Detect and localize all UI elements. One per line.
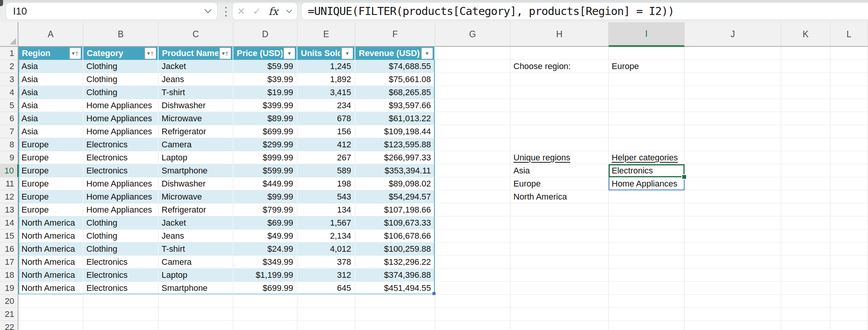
cell-D11[interactable]: $449.99 (233, 177, 297, 190)
cell-I22[interactable] (609, 321, 685, 330)
cell-E2[interactable]: 1,245 (297, 60, 355, 73)
cell-K7[interactable] (781, 125, 830, 138)
cell-E17[interactable]: 378 (297, 256, 355, 269)
cell-D2[interactable]: $59.99 (233, 60, 297, 73)
cell-A16[interactable]: North America (18, 243, 83, 256)
cell-B10[interactable]: Electronics (83, 164, 158, 177)
cell-F17[interactable]: $132,296.22 (355, 256, 435, 269)
cell-H19[interactable] (510, 282, 609, 295)
cell-B19[interactable]: Electronics (83, 282, 158, 295)
cell-K10[interactable] (781, 164, 830, 177)
cell-I16[interactable] (609, 243, 685, 256)
cell-J5[interactable] (685, 99, 781, 112)
cell-L19[interactable] (830, 282, 868, 295)
cell-L17[interactable] (830, 256, 868, 269)
row-header-2[interactable]: 2 (0, 60, 18, 73)
cell-A12[interactable]: Europe (18, 190, 83, 203)
cell-K5[interactable] (781, 99, 830, 112)
cell-I13[interactable] (609, 203, 685, 216)
cell-G14[interactable] (435, 216, 510, 229)
cell-G2[interactable] (435, 60, 510, 73)
column-header-L[interactable]: L (830, 22, 868, 47)
cell-B3[interactable]: Clothing (83, 73, 158, 86)
cell-L20[interactable] (830, 295, 868, 308)
cell-H1[interactable] (510, 47, 609, 60)
cell-J19[interactable] (685, 282, 781, 295)
row-header-5[interactable]: 5 (0, 99, 18, 112)
cell-C20[interactable] (158, 295, 233, 308)
cell-E13[interactable]: 134 (297, 203, 355, 216)
cell-L16[interactable] (830, 243, 868, 256)
cell-L7[interactable] (830, 125, 868, 138)
cell-A6[interactable]: Asia (18, 112, 83, 125)
cell-K15[interactable] (781, 229, 830, 243)
cell-D7[interactable]: $699.99 (233, 125, 297, 138)
cell-I21[interactable] (609, 308, 685, 321)
cell-D5[interactable]: $399.99 (233, 99, 297, 112)
cell-G19[interactable] (435, 282, 510, 295)
cell-D3[interactable]: $39.99 (233, 73, 297, 86)
cell-H6[interactable] (510, 112, 609, 125)
cell-L22[interactable] (830, 321, 868, 330)
cell-K2[interactable] (781, 60, 830, 73)
cell-E8[interactable]: 412 (297, 138, 355, 151)
cell-K12[interactable] (781, 190, 830, 203)
cell-F6[interactable]: $61,013.22 (355, 112, 435, 125)
cell-L14[interactable] (830, 216, 868, 229)
cell-J18[interactable] (685, 269, 781, 282)
cell-L9[interactable] (830, 151, 868, 164)
cell-A3[interactable]: Asia (18, 73, 83, 86)
cell-H12[interactable]: North America (510, 190, 609, 203)
column-header-A[interactable]: A (18, 22, 83, 47)
column-header-C[interactable]: C (158, 22, 233, 47)
cell-H4[interactable] (510, 86, 609, 99)
cell-H11[interactable]: Europe (510, 177, 609, 190)
cell-F15[interactable]: $106,678.66 (355, 229, 435, 243)
row-header-15[interactable]: 15 (0, 229, 18, 243)
cell-J17[interactable] (685, 256, 781, 269)
cell-J22[interactable] (685, 321, 781, 330)
cell-C1[interactable]: Product Name▾↑ (158, 47, 233, 60)
cell-I12[interactable] (609, 190, 685, 203)
cell-C17[interactable]: Camera (158, 256, 233, 269)
cell-D10[interactable]: $599.99 (233, 164, 297, 177)
cell-L1[interactable] (830, 47, 868, 60)
cell-I15[interactable] (609, 229, 685, 243)
cell-G4[interactable] (435, 86, 510, 99)
cell-I20[interactable] (609, 295, 685, 308)
cell-D20[interactable] (233, 295, 297, 308)
cell-K11[interactable] (781, 177, 830, 190)
cell-A13[interactable]: Europe (18, 203, 83, 216)
cell-E11[interactable]: 198 (297, 177, 355, 190)
row-header-7[interactable]: 7 (0, 125, 18, 138)
cell-D12[interactable]: $99.99 (233, 190, 297, 203)
cell-F14[interactable]: $109,673.33 (355, 216, 435, 229)
cell-L3[interactable] (830, 73, 868, 86)
cell-L11[interactable] (830, 177, 868, 190)
cell-C4[interactable]: T-shirt (158, 86, 233, 99)
cell-C8[interactable]: Camera (158, 138, 233, 151)
cell-F7[interactable]: $109,198.44 (355, 125, 435, 138)
cell-C14[interactable]: Jacket (158, 216, 233, 229)
cell-E9[interactable]: 267 (297, 151, 355, 164)
cell-B6[interactable]: Home Appliances (83, 112, 158, 125)
cell-G21[interactable] (435, 308, 510, 321)
cell-B2[interactable]: Clothing (83, 60, 158, 73)
cell-C9[interactable]: Laptop (158, 151, 233, 164)
row-header-9[interactable]: 9 (0, 151, 18, 164)
filter-button-revenue-usd[interactable]: ▾ (421, 48, 433, 59)
cell-F8[interactable]: $123,595.88 (355, 138, 435, 151)
cell-K20[interactable] (781, 295, 830, 308)
cell-A10[interactable]: Europe (18, 164, 83, 177)
cell-K18[interactable] (781, 269, 830, 282)
cell-C2[interactable]: Jacket (158, 60, 233, 73)
column-header-D[interactable]: D (233, 22, 297, 47)
cell-D6[interactable]: $89.99 (233, 112, 297, 125)
cancel-icon[interactable]: ✕ (237, 7, 245, 16)
cell-E18[interactable]: 312 (297, 269, 355, 282)
row-header-10[interactable]: 10 (0, 164, 18, 177)
cell-A5[interactable]: Asia (18, 99, 83, 112)
cell-K8[interactable] (781, 138, 830, 151)
cell-I6[interactable] (609, 112, 685, 125)
cell-E21[interactable] (297, 308, 355, 321)
